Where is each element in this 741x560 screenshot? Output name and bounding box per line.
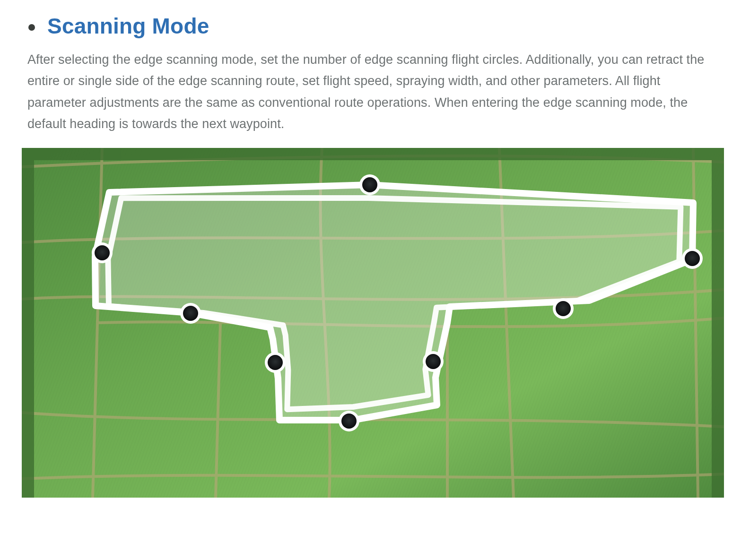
section-title: Scanning Mode: [47, 13, 209, 39]
scanning-mode-figure: [22, 148, 724, 498]
bullet-icon: [28, 24, 35, 31]
svg-rect-4: [22, 148, 724, 160]
figure-svg: [22, 148, 724, 498]
waypoint-marker-core: [268, 355, 283, 370]
page: Scanning Mode After selecting the edge s…: [0, 0, 741, 521]
waypoint-marker-core: [426, 354, 441, 369]
waypoint-marker-core: [95, 245, 110, 260]
waypoint-marker-core: [341, 414, 357, 429]
svg-rect-5: [22, 148, 34, 498]
svg-rect-6: [712, 148, 724, 498]
section-body-text: After selecting the edge scanning mode, …: [27, 49, 715, 135]
waypoint-marker-core: [685, 251, 700, 266]
waypoint-marker-core: [183, 306, 198, 321]
waypoint-marker-core: [362, 177, 377, 192]
section-heading-row: Scanning Mode: [28, 13, 717, 39]
waypoint-marker-core: [556, 301, 571, 316]
